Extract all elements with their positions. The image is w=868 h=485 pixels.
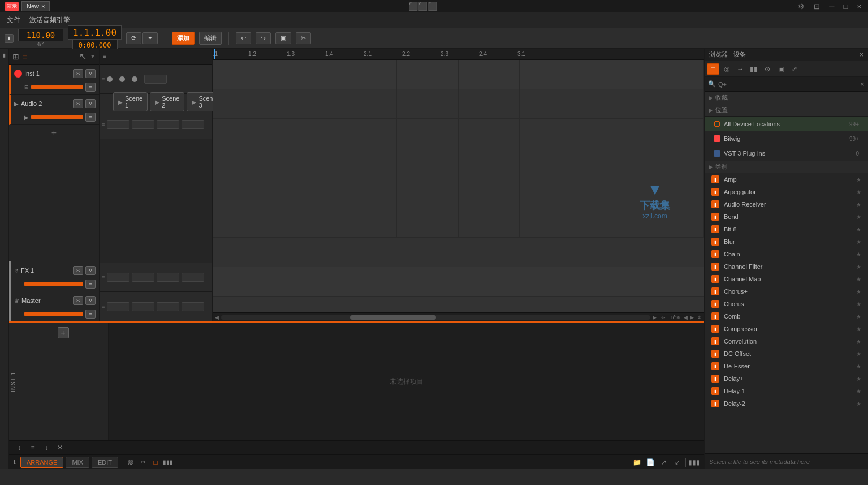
scene-left-btn-fx1[interactable]: ≡ [102,274,105,280]
clip-dot-inst1-s3[interactable] [132,76,137,82]
track-solo-inst1[interactable]: S [73,69,83,78]
punch-btn[interactable]: ✦ [142,32,158,44]
device-convolution-star[interactable]: ★ [856,338,861,345]
scroll-left-icon[interactable]: ◀ [215,315,219,320]
device-bend-star[interactable]: ★ [856,214,861,220]
track-mute-inst1[interactable]: M [85,69,96,78]
clip-audio2-s3[interactable] [157,120,179,129]
device-dc-offset-star[interactable]: ★ [856,351,861,357]
device-arpeggiator-star[interactable]: ★ [856,189,861,195]
bars-icon-2[interactable]: ▮▮▮ [688,457,699,468]
arrange-resize-icon[interactable]: ⇔ [661,315,666,320]
track-mute-fx1[interactable]: M [85,266,96,275]
volume-bar-inst1[interactable] [31,85,83,89]
track-menu-master[interactable]: ≡ [85,310,96,319]
tab-edit[interactable]: EDIT [92,457,118,468]
track-mute-audio2[interactable]: M [85,99,96,108]
device-audio-receiver[interactable]: ▮ Audio Receiver ★ [705,198,868,211]
track-solo-audio2[interactable]: S [73,99,83,108]
device-channel-map[interactable]: ▮ Channel Map ★ [705,273,868,285]
device-blur-star[interactable]: ★ [856,239,861,245]
folder-icon[interactable]: 📁 [631,457,642,468]
device-delay1-star[interactable]: ★ [856,388,861,394]
categories-section-header[interactable]: ▶ 类别 [705,161,868,173]
bottom-add-instrument-btn[interactable]: + [58,327,69,338]
clip-audio2-s4[interactable] [182,120,204,129]
track-menu-inst1[interactable]: ≡ [85,83,96,92]
grid-zoom-icon[interactable]: ⇕ [697,315,702,320]
clip-dot-inst1-s2[interactable] [119,76,125,82]
device-chorusplus-star[interactable]: ★ [856,289,861,295]
menu-activate[interactable]: 激活音频引擎 [25,14,75,27]
track-solo-master[interactable]: S [73,296,83,305]
panel-tb-arrow[interactable]: → [734,63,746,75]
track-rec-inst1[interactable] [14,70,22,78]
arrange-row-master[interactable] [213,267,704,297]
export-icon[interactable]: ↗ [658,457,670,468]
track-solo-fx1[interactable]: S [73,266,83,275]
device-delay2[interactable]: ▮ Delay-2 ★ [705,397,868,410]
restore-icon[interactable]: ⊡ [811,2,822,11]
device-de-esser[interactable]: ▮ De-Esser ★ [705,360,868,372]
device-dc-offset[interactable]: ▮ DC Offset ★ [705,347,868,360]
settings-icon[interactable]: ⚙ [796,2,807,11]
device-arpeggiator[interactable]: ▮ Arpeggiator ★ [705,186,868,198]
undo-button[interactable]: ↩ [236,32,251,44]
device-channel-filter[interactable]: ▮ Channel Filter ★ [705,260,868,273]
arrange-row-audio2[interactable] [213,89,704,119]
favorites-section-header[interactable]: ▶ 收藏 [705,92,868,104]
device-amp-star[interactable]: ★ [856,177,861,183]
volume-bar-audio2[interactable] [31,115,83,119]
bottom-tool-list[interactable]: ≡ [27,442,38,453]
location-vst3[interactable]: VST 3 Plug-ins 0 [705,146,868,161]
clip-audio2-s1[interactable] [107,120,129,129]
clip-master-s4[interactable] [182,302,204,311]
scene-btn-1[interactable]: ▶ Scene 1 [113,92,148,111]
minimize-button[interactable]: ─ [827,2,836,11]
panel-close-btn[interactable]: × [860,51,863,59]
bottom-tool-down[interactable]: ↓ [41,442,52,453]
device-delayplus[interactable]: ▮ Delay+ ★ [705,372,868,385]
tab-new[interactable]: New × [21,1,50,11]
clip-master-s1[interactable] [107,302,129,311]
bottom-tool-collapse[interactable]: ↕ [14,442,25,453]
track-menu-fx1[interactable]: ≡ [85,280,96,289]
track-name-fx1[interactable]: FX 1 [21,267,71,274]
file-icon[interactable]: 📄 [645,457,656,468]
clip-audio2-s2[interactable] [132,120,154,129]
location-bitwig[interactable]: Bitwig 99+ [705,131,868,146]
bars-icon[interactable]: ▮▮▮ [162,457,174,468]
volume-bar-master[interactable] [24,312,83,316]
scroll-right-icon[interactable]: ▶ [653,315,657,320]
import-icon[interactable]: ↙ [672,457,683,468]
maximize-button[interactable]: □ [841,2,850,11]
device-delayplus-star[interactable]: ★ [856,376,861,382]
edit-button[interactable]: 编辑 [199,32,222,45]
arrange-scrollbar[interactable]: ◀ ▶ ⇔ 1/16 ◀ ▶ ⇕ [213,312,704,321]
track-menu-audio2[interactable]: ≡ [85,113,96,122]
device-delay1[interactable]: ▮ Delay-1 ★ [705,385,868,397]
device-bend[interactable]: ▮ Bend ★ [705,211,868,223]
panel-tb-square[interactable]: □ [707,63,719,75]
panel-tb-bars[interactable]: ▮▮ [748,63,760,75]
knife-icon[interactable]: ✂ [137,457,149,468]
grid-view-icon[interactable]: ⊞ [12,52,19,61]
locations-section-header[interactable]: ▶ 位置 [705,104,868,117]
clip-dot-inst1-s1[interactable] [107,76,113,82]
device-comb-star[interactable]: ★ [856,314,861,320]
clip-master-s3[interactable] [157,302,179,311]
scene-left-btn-master[interactable]: ≡ [102,304,105,310]
panel-tb-grid[interactable]: ▣ [775,63,787,75]
add-track-btn[interactable]: + [9,125,99,141]
panel-tb-circle[interactable]: ◎ [720,63,733,75]
device-chorus[interactable]: ▮ Chorus ★ [705,298,868,310]
device-chorusplus[interactable]: ▮ Chorus+ ★ [705,285,868,298]
device-amp[interactable]: ▮ Amp ★ [705,173,868,186]
cursor-dropdown-icon[interactable]: ▼ [90,53,96,59]
metro-icon[interactable]: ▮ [5,34,14,43]
square-icon[interactable]: □ [150,457,161,468]
track-name-audio2[interactable]: Audio 2 [21,100,71,107]
link-icon[interactable]: ⛓ [125,457,136,468]
tab-close-icon[interactable]: × [41,3,45,10]
grid-left-icon[interactable]: ◀ [684,315,688,320]
